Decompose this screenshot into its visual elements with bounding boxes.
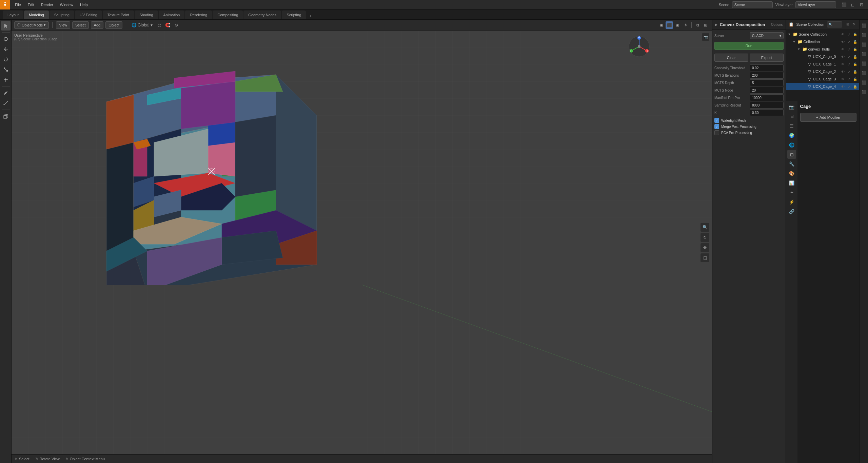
tree-sel-1[interactable]: ↗ — [846, 39, 852, 44]
viewport-shading-material[interactable]: ◉ — [674, 21, 681, 29]
tab-layout[interactable]: Layout — [3, 11, 23, 19]
strip-icon-4[interactable]: ⬛ — [860, 50, 868, 58]
props-data-icon[interactable]: 📊 — [787, 178, 796, 187]
menu-help[interactable]: Help — [77, 0, 91, 9]
object-menu[interactable]: Object — [105, 21, 122, 29]
field-value-3[interactable]: 20 — [750, 87, 784, 94]
tree-sel-4[interactable]: ↗ — [846, 61, 852, 67]
tree-lock-7[interactable]: 🔒 — [852, 84, 858, 89]
tab-scripting[interactable]: Scripting — [282, 11, 306, 19]
menu-window[interactable]: Window — [57, 0, 77, 9]
tree-item-4[interactable]: ▽ UCX_Cage_1 👁 ↗ 🔒 — [786, 60, 859, 68]
viewport-shading-wire[interactable]: ▣ — [657, 21, 665, 29]
tool-cursor[interactable] — [1, 34, 11, 44]
tree-sel-7[interactable]: ↗ — [846, 84, 852, 89]
tree-vis-6[interactable]: 👁 — [840, 76, 846, 82]
tree-vis-3[interactable]: 👁 — [840, 54, 846, 59]
tree-item-0[interactable]: ▼ 📁 Scene Collection 👁 ↗ 🔒 — [786, 31, 859, 38]
tool-annotate[interactable] — [1, 88, 11, 98]
perspective-icon[interactable]: ◲ — [701, 253, 709, 262]
run-btn[interactable]: Run — [714, 42, 784, 50]
tree-sel-2[interactable]: ↗ — [846, 46, 852, 52]
strip-icon-7[interactable]: ⬛ — [860, 78, 868, 87]
field-value-0[interactable]: 0.02 — [750, 64, 784, 71]
transform-pivot[interactable]: ◎ — [156, 21, 163, 29]
tree-item-1[interactable]: ▼ 📁 Collection 👁 ↗ 🔒 — [786, 38, 859, 45]
props-shader-icon[interactable]: 🎨 — [787, 169, 796, 178]
checkbox-2[interactable] — [714, 130, 719, 135]
tab-rendering[interactable]: Rendering — [185, 11, 212, 19]
field-value-4[interactable]: 10000 — [750, 94, 784, 101]
viewport-canvas[interactable]: User Perspective (67) Scene Collection |… — [12, 31, 712, 454]
tree-item-7[interactable]: ▽ UCX_Cage_4 👁 ↗ 🔒 — [786, 83, 859, 90]
tab-geometry-nodes[interactable]: Geometry Nodes — [243, 11, 281, 19]
props-physics-icon[interactable]: ⚡ — [787, 197, 796, 206]
top-right-icon-1[interactable]: ⬛ — [840, 1, 848, 8]
field-value-6[interactable]: 0.30 — [750, 109, 784, 116]
tool-move[interactable] — [1, 44, 11, 54]
tree-vis-1[interactable]: 👁 — [840, 39, 846, 44]
props-object-icon[interactable]: ◻ — [787, 150, 796, 159]
props-particles-icon[interactable]: ✦ — [787, 188, 796, 197]
top-right-icon-3[interactable]: ⊡ — [858, 1, 865, 8]
props-view-layer-icon[interactable]: ☰ — [787, 121, 796, 130]
options-btn[interactable]: Options — [771, 23, 783, 26]
tab-animation[interactable]: Animation — [159, 11, 185, 19]
tree-sel-6[interactable]: ↗ — [846, 76, 852, 82]
zoom-icon[interactable]: 🔍 — [701, 223, 709, 232]
props-modifier-icon[interactable]: 🔧 — [787, 159, 796, 168]
add-menu[interactable]: Add — [91, 21, 104, 29]
tree-vis-0[interactable]: 👁 — [840, 32, 846, 37]
tree-vis-7[interactable]: 👁 — [840, 84, 846, 89]
panel-expand-icon[interactable]: ▶ — [715, 23, 718, 26]
tab-uv-editing[interactable]: UV Editing — [75, 11, 102, 19]
props-render-icon[interactable]: 📷 — [787, 102, 796, 111]
pan-icon[interactable]: ✥ — [701, 243, 709, 252]
tab-modeling[interactable]: Modeling — [24, 11, 49, 19]
strip-icon-6[interactable]: ⬛ — [860, 69, 868, 77]
tree-item-6[interactable]: ▽ UCX_Cage_3 👁 ↗ 🔒 — [786, 75, 859, 83]
strip-icon-3[interactable]: ⬛ — [860, 40, 868, 49]
tree-lock-3[interactable]: 🔒 — [852, 54, 858, 59]
tree-lock-1[interactable]: 🔒 — [852, 39, 858, 44]
tree-vis-2[interactable]: 👁 — [840, 46, 846, 52]
tool-measure[interactable] — [1, 98, 11, 108]
tree-lock-2[interactable]: 🔒 — [852, 46, 858, 52]
tree-lock-4[interactable]: 🔒 — [852, 61, 858, 67]
tree-sel-0[interactable]: ↗ — [846, 32, 852, 37]
field-value-1[interactable]: 200 — [750, 72, 784, 79]
tree-lock-6[interactable]: 🔒 — [852, 76, 858, 82]
scene-input[interactable]: Scene — [732, 1, 773, 8]
tab-texture-paint[interactable]: Texture Paint — [103, 11, 134, 19]
viewport-gizmo[interactable]: ⊞ — [702, 21, 709, 29]
tool-rotate[interactable] — [1, 55, 11, 64]
outliner-search[interactable]: 🔍 — [827, 21, 842, 27]
strip-icon-5[interactable]: ⬛ — [860, 59, 868, 68]
props-world-icon[interactable]: 🌐 — [787, 140, 796, 149]
tree-item-5[interactable]: ▽ UCX_Cage_2 👁 ↗ 🔒 — [786, 68, 859, 75]
proportional-edit[interactable]: ⊙ — [173, 21, 180, 29]
tree-lock-5[interactable]: 🔒 — [852, 69, 858, 74]
menu-render[interactable]: Render — [38, 0, 57, 9]
view-menu[interactable]: View — [56, 21, 70, 29]
field-value-2[interactable]: 5 — [750, 79, 784, 86]
props-scene-icon[interactable]: 🌍 — [787, 131, 796, 140]
viewport-overlay[interactable]: ⧉ — [694, 21, 701, 29]
solver-dropdown[interactable]: CoACD ▾ — [750, 32, 784, 39]
props-output-icon[interactable]: 🖥 — [787, 112, 796, 121]
tab-compositing[interactable]: Compositing — [213, 11, 243, 19]
add-modifier-btn[interactable]: + Add Modifier — [800, 113, 856, 122]
tab-shading[interactable]: Shading — [135, 11, 158, 19]
viewport-shading-solid[interactable]: ⬛ — [666, 21, 673, 29]
tree-lock-0[interactable]: 🔒 — [852, 32, 858, 37]
menu-file[interactable]: File — [12, 0, 24, 9]
tab-sculpting[interactable]: Sculpting — [50, 11, 74, 19]
props-constraints-icon[interactable]: 🔗 — [787, 207, 796, 216]
rotation-icon[interactable]: ↻ — [701, 233, 709, 242]
navigation-gizmo[interactable]: Z X Y — [627, 35, 651, 58]
tree-sel-5[interactable]: ↗ — [846, 69, 852, 74]
add-workspace-btn[interactable]: + — [307, 13, 314, 19]
tool-select[interactable] — [1, 21, 11, 31]
tree-item-3[interactable]: ▽ UCX_Cage_0 👁 ↗ 🔒 — [786, 53, 859, 60]
tree-vis-5[interactable]: 👁 — [840, 69, 846, 74]
